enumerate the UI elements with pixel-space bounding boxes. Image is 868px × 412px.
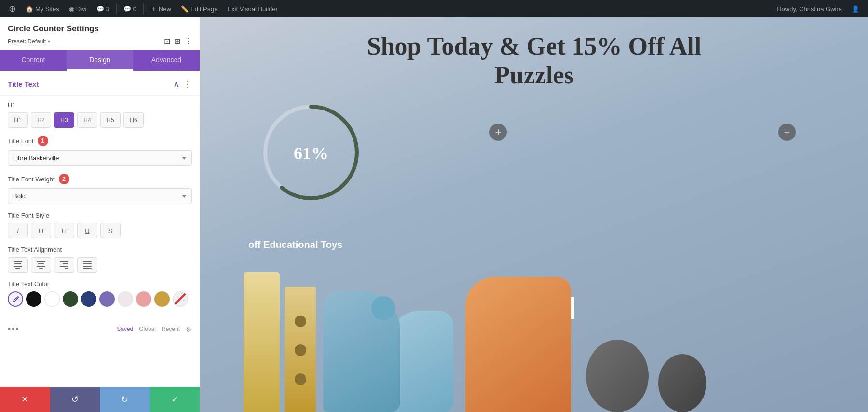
- align-justify-btn[interactable]: [77, 257, 97, 273]
- redo-button[interactable]: ↻: [100, 387, 150, 412]
- settings-sidebar: Circle Counter Settings Preset: Default …: [0, 17, 200, 412]
- color-swatches: [8, 291, 192, 307]
- heading-line2: Puzzles: [229, 61, 839, 90]
- heading-h2-btn[interactable]: H2: [31, 112, 51, 128]
- title-font-weight-select[interactable]: Bold: [8, 188, 192, 204]
- more-icon[interactable]: ⋮: [184, 37, 192, 46]
- wordpress-icon: ⊕: [9, 3, 16, 14]
- white-swatch[interactable]: [44, 291, 60, 307]
- recent-tab[interactable]: Recent: [162, 326, 180, 333]
- howdy-text: Howdy, Christina Gwira: [773, 5, 846, 13]
- wordpress-logo[interactable]: ⊕: [5, 0, 20, 17]
- layout-icon[interactable]: ⊞: [174, 37, 180, 46]
- heading-h1-btn[interactable]: H1: [8, 112, 28, 128]
- circle-counter: 61%: [258, 99, 364, 207]
- save-button[interactable]: ✓: [150, 387, 200, 412]
- title-font-weight-label: Title Font Weight: [8, 176, 55, 183]
- divi-menu[interactable]: ◉ Divi: [65, 0, 91, 17]
- add-module-btn-1[interactable]: +: [489, 124, 507, 141]
- cancel-button[interactable]: ✕: [0, 387, 50, 412]
- window-icon[interactable]: ⊡: [164, 37, 170, 46]
- heading-level-label: H1: [8, 101, 192, 109]
- section-menu-button[interactable]: ⋮: [183, 79, 192, 89]
- red-slash-swatch[interactable]: [173, 291, 188, 307]
- align-buttons: [8, 257, 192, 273]
- gold-swatch[interactable]: [154, 291, 170, 307]
- uppercase-btn[interactable]: Tt: [54, 223, 74, 238]
- align-right-btn[interactable]: [54, 257, 74, 273]
- comment-zero[interactable]: 💬 0: [120, 0, 140, 17]
- align-left-btn[interactable]: [8, 257, 28, 273]
- add-module-btn-2[interactable]: +: [778, 124, 796, 141]
- underline-btn[interactable]: U: [77, 223, 97, 238]
- saved-tab[interactable]: Saved: [117, 326, 133, 333]
- sidebar-header: Circle Counter Settings Preset: Default …: [0, 17, 200, 50]
- dark-green-swatch[interactable]: [63, 291, 78, 307]
- comments-menu[interactable]: 💬 3: [93, 0, 113, 17]
- title-font-weight-row: Title Font Weight 2 Bold: [8, 174, 192, 204]
- separator2: [143, 3, 144, 14]
- edit-page-btn[interactable]: ✏️ Edit Page: [177, 0, 221, 17]
- toy-wood-holes: [285, 287, 316, 412]
- global-tab[interactable]: Global: [139, 326, 156, 333]
- preset-row[interactable]: Preset: Default ▾: [8, 38, 50, 45]
- heading-h4-btn[interactable]: H4: [77, 112, 97, 128]
- style-buttons: I TT Tt U S: [8, 223, 192, 238]
- heading-level-row: H1 H1 H2 H3 H4 H5 H6: [8, 101, 192, 128]
- heading-line1: Shop Today & Get 15% Off All: [229, 32, 839, 61]
- black-swatch[interactable]: [26, 291, 41, 307]
- sidebar-content: Title Text ∧ ⋮ H1 H1 H2 H3 H4 H5: [0, 71, 200, 387]
- title-font-select[interactable]: Libre Baskerville: [8, 150, 192, 166]
- tab-bar: Content Design Advanced: [0, 50, 200, 71]
- heading-h6-btn[interactable]: H6: [123, 112, 144, 128]
- title-font-style-row: Title Font Style I TT Tt U S: [8, 212, 192, 238]
- pink-swatch[interactable]: [136, 291, 151, 307]
- title-font-label: Title Font: [8, 137, 34, 145]
- small-caps-btn[interactable]: TT: [31, 223, 51, 238]
- title-text-color-label: Title Text Color: [8, 280, 192, 288]
- color-footer: ••• Saved Global Recent ⚙: [0, 320, 200, 340]
- new-menu[interactable]: ＋ New: [147, 0, 175, 17]
- preset-chevron-icon: ▾: [48, 39, 50, 44]
- my-sites-menu[interactable]: 🏠 My Sites: [22, 0, 63, 17]
- tab-design[interactable]: Design: [67, 50, 133, 71]
- navy-swatch[interactable]: [81, 291, 96, 307]
- circle-percent-label: 61%: [294, 143, 328, 164]
- sidebar-title: Circle Counter Settings: [8, 24, 192, 34]
- title-text-color-row: Title Text Color: [8, 280, 192, 307]
- title-font-weight-badge: 2: [59, 174, 69, 184]
- exit-builder-btn[interactable]: Exit Visual Builder: [223, 0, 282, 17]
- hole1: [295, 316, 306, 327]
- house-icon: 🏠: [26, 5, 33, 13]
- toy-gray-piece: [586, 340, 649, 412]
- pencil-icon: ✏️: [181, 5, 189, 13]
- comment-zero-icon: 💬: [123, 5, 131, 13]
- align-center-btn[interactable]: [31, 257, 51, 273]
- eyedropper-swatch[interactable]: [8, 291, 23, 307]
- reset-button[interactable]: ↺: [50, 387, 100, 412]
- italic-btn[interactable]: I: [8, 223, 28, 238]
- cancel-icon: ✕: [21, 394, 28, 405]
- purple-swatch[interactable]: [99, 291, 115, 307]
- toy-orange-piece: [465, 277, 571, 412]
- more-options-btn[interactable]: •••: [8, 324, 20, 334]
- heading-h5-btn[interactable]: H5: [100, 112, 121, 128]
- strikethrough-btn[interactable]: S: [100, 223, 121, 238]
- tab-advanced[interactable]: Advanced: [133, 50, 200, 71]
- light-pink-swatch[interactable]: [118, 291, 133, 307]
- plus-icon-1: +: [495, 126, 502, 138]
- user-avatar[interactable]: 👤: [848, 0, 863, 17]
- color-settings-icon[interactable]: ⚙: [186, 326, 192, 333]
- reset-icon: ↺: [71, 394, 79, 405]
- title-font-row: Title Font 1 Libre Baskerville: [8, 136, 192, 166]
- admin-bar: ⊕ 🏠 My Sites ◉ Divi 💬 3 💬 0 ＋ New ✏️ Edi…: [0, 0, 868, 17]
- toys-imagery: [244, 258, 868, 412]
- preset-label: Preset: Default: [8, 38, 46, 45]
- title-text-alignment-label: Title Text Alignment: [8, 246, 192, 253]
- collapse-button[interactable]: ∧: [173, 79, 179, 89]
- tab-content[interactable]: Content: [0, 50, 67, 71]
- color-tabs: Saved Global Recent ⚙: [117, 326, 192, 333]
- save-icon: ✓: [171, 394, 178, 405]
- heading-h3-btn[interactable]: H3: [54, 112, 74, 128]
- action-bar: ✕ ↺ ↻ ✓: [0, 387, 200, 412]
